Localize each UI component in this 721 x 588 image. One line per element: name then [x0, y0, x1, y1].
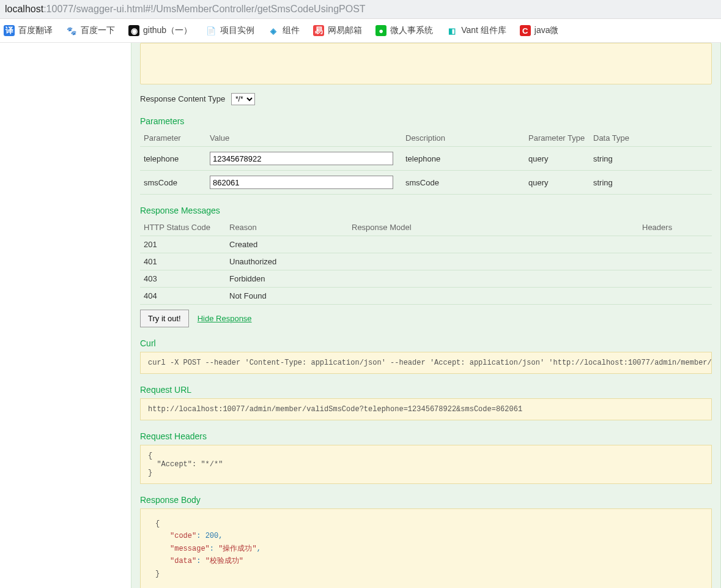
resp-val-message: "操作成功" — [218, 545, 256, 553]
model-textarea[interactable] — [140, 43, 712, 84]
bookmark-label: java微 — [534, 25, 559, 36]
col-header-parameter-type: Parameter Type — [525, 130, 590, 147]
col-header-value: Value — [206, 130, 402, 147]
bookmark-label: github（一） — [143, 25, 192, 36]
response-messages-table: HTTP Status Code Reason Response Model H… — [140, 219, 712, 305]
response-model-cell — [348, 236, 638, 253]
response-content-type-row: Response Content Type */* — [140, 93, 712, 105]
parameter-name: telephone — [140, 147, 206, 171]
table-row: telephonetelephonequerystring — [140, 147, 712, 171]
parameter-value-input[interactable] — [210, 176, 393, 189]
bookmark-item[interactable]: 易网易邮箱 — [313, 25, 362, 36]
parameter-description: telephone — [402, 147, 525, 171]
parameter-type: query — [525, 147, 590, 171]
response-headers-cell — [638, 270, 712, 288]
bookmark-icon: C — [520, 25, 531, 36]
bookmark-icon: 🐾 — [66, 25, 77, 36]
resp-key-code: "code" — [170, 532, 196, 540]
bookmark-icon: 译 — [4, 25, 15, 36]
address-host: localhost — [5, 4, 43, 14]
col-header-description: Description — [402, 130, 525, 147]
response-model-cell — [348, 270, 638, 288]
response-headers-cell — [638, 253, 712, 270]
parameter-data-type: string — [590, 147, 712, 171]
bookmark-label: 百度一下 — [81, 25, 115, 36]
parameter-data-type: string — [590, 171, 712, 195]
browser-address-bar[interactable]: localhost:10077/swagger-ui.html#!/UmsMem… — [0, 0, 721, 19]
table-row: 404Not Found — [140, 288, 712, 305]
response-messages-title: Response Messages — [140, 206, 712, 215]
http-status-reason: Created — [226, 236, 348, 253]
response-headers-cell — [638, 236, 712, 253]
bookmark-item[interactable]: ◈组件 — [268, 25, 300, 36]
col-header-parameter: Parameter — [140, 130, 206, 147]
resp-val-code: 200 — [205, 532, 219, 540]
response-model-cell — [348, 288, 638, 305]
request-headers-title: Request Headers — [140, 431, 712, 441]
bookmark-item[interactable]: 译百度翻译 — [4, 25, 53, 36]
parameter-name: smsCode — [140, 171, 206, 195]
request-url-title: Request URL — [140, 385, 712, 395]
table-row: 403Forbidden — [140, 270, 712, 288]
http-status-reason: Forbidden — [226, 270, 348, 288]
col-header-http-status: HTTP Status Code — [140, 219, 226, 236]
response-body-block: { "code": 200, "message": "操作成功", "data"… — [140, 508, 712, 588]
http-status-reason: Unauthorized — [226, 253, 348, 270]
resp-val-data: "校验成功" — [205, 557, 243, 565]
parameters-table: Parameter Value Description Parameter Ty… — [140, 130, 712, 195]
bookmark-label: 网易邮箱 — [328, 25, 362, 36]
resp-key-data: "data" — [170, 557, 196, 565]
parameter-value-input[interactable] — [210, 152, 393, 165]
bookmark-icon: ● — [375, 25, 386, 36]
http-status-code: 401 — [140, 253, 226, 270]
bookmark-item[interactable]: 📄项目实例 — [205, 25, 254, 36]
bookmark-item[interactable]: ◧Vant 组件库 — [446, 25, 506, 36]
response-model-cell — [348, 253, 638, 270]
bookmark-icon: ◧ — [446, 25, 457, 36]
http-status-code: 201 — [140, 236, 226, 253]
resp-key-message: "message" — [170, 545, 210, 553]
table-row: smsCodesmsCodequerystring — [140, 171, 712, 195]
curl-text: curl -X POST --header 'Content-Type: app… — [148, 359, 712, 367]
response-headers-cell — [638, 288, 712, 305]
action-row: Try it out! Hide Response — [140, 310, 712, 327]
curl-title: Curl — [140, 338, 712, 348]
bookmark-label: Vant 组件库 — [461, 25, 506, 36]
bookmark-icon: ◉ — [128, 25, 139, 36]
bookmark-icon: ◈ — [268, 25, 279, 36]
http-status-code: 404 — [140, 288, 226, 305]
col-header-data-type: Data Type — [590, 130, 712, 147]
bookmark-label: 项目实例 — [220, 25, 254, 36]
bookmark-label: 组件 — [283, 25, 300, 36]
bookmark-label: 微人事系统 — [390, 25, 433, 36]
response-content-type-select[interactable]: */* — [231, 93, 255, 105]
bookmark-item[interactable]: ●微人事系统 — [375, 25, 433, 36]
response-body-title: Response Body — [140, 495, 712, 505]
table-row: 201Created — [140, 236, 712, 253]
parameter-type: query — [525, 171, 590, 195]
table-row: 401Unauthorized — [140, 253, 712, 270]
curl-block[interactable]: curl -X POST --header 'Content-Type: app… — [140, 352, 712, 374]
parameter-description: smsCode — [402, 171, 525, 195]
bookmark-item[interactable]: ◉github（一） — [128, 25, 192, 36]
try-it-out-button[interactable]: Try it out! — [140, 310, 189, 327]
bookmark-icon: 易 — [313, 25, 324, 36]
col-header-reason: Reason — [226, 219, 348, 236]
address-path: :10077/swagger-ui.html#!/UmsMemberContro… — [43, 4, 365, 14]
parameters-title: Parameters — [140, 116, 712, 126]
bookmark-item[interactable]: 🐾百度一下 — [66, 25, 115, 36]
bookmark-item[interactable]: Cjava微 — [520, 25, 559, 36]
request-url-text: http://localhost:10077/admin/member/vali… — [148, 405, 522, 414]
hide-response-link[interactable]: Hide Response — [198, 314, 252, 323]
response-content-type-label: Response Content Type — [140, 94, 225, 103]
swagger-operation-panel: Response Content Type */* Parameters Par… — [131, 43, 721, 588]
bookmarks-bar: 译百度翻译🐾百度一下◉github（一）📄项目实例◈组件易网易邮箱●微人事系统◧… — [0, 19, 721, 43]
col-header-response-model: Response Model — [348, 219, 638, 236]
col-header-headers: Headers — [638, 219, 712, 236]
request-headers-block: { "Accept": "*/*" } — [140, 445, 712, 484]
request-headers-text: { "Accept": "*/*" } — [148, 452, 223, 477]
http-status-code: 403 — [140, 270, 226, 288]
request-url-block: http://localhost:10077/admin/member/vali… — [140, 398, 712, 420]
bookmark-icon: 📄 — [205, 25, 216, 36]
http-status-reason: Not Found — [226, 288, 348, 305]
